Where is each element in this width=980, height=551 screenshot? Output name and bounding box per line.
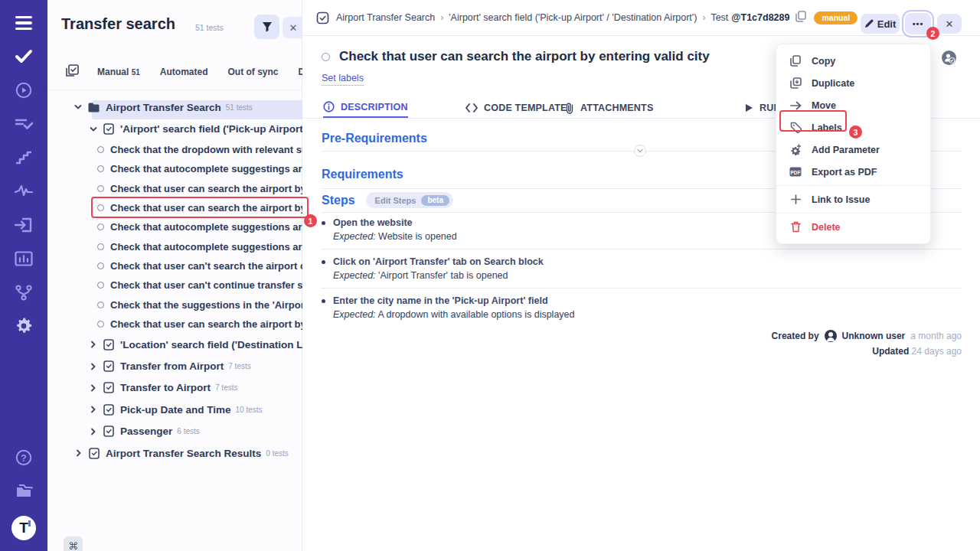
set-labels-link[interactable]: Set labels [322, 73, 364, 86]
steps-icon[interactable] [14, 148, 34, 167]
suite-doc-icon [89, 448, 100, 459]
suite-doc-icon [103, 339, 114, 350]
test-circle-icon [97, 243, 104, 250]
menu-item-export-pdf[interactable]: PDF Export as PDF [776, 161, 930, 183]
select-all-icon[interactable] [66, 64, 79, 80]
tree-test-item[interactable]: Check that user can't continue transfer … [47, 276, 302, 295]
step-item: Enter the city name in the 'Pick-up Airp… [322, 295, 962, 327]
test-circle-icon [97, 185, 104, 192]
menu-item-link-issue[interactable]: Link to Issue [776, 188, 930, 210]
chevron-right-icon [90, 428, 97, 435]
tree-suite-passenger[interactable]: Passenger6 tests [47, 421, 302, 442]
test-circle-icon [97, 165, 104, 172]
breadcrumb-separator: › [702, 12, 705, 23]
tree-test-item[interactable]: Check that autocomplete suggestions are … [47, 217, 302, 236]
created-time: a month ago [910, 331, 962, 341]
tree-test-item[interactable]: Check that autocomplete suggestions are … [47, 236, 302, 256]
tree-test-item[interactable]: Check that user can't search the airport… [47, 256, 302, 276]
tab-description[interactable]: DESCRIPTION [323, 97, 408, 119]
plans-list-check-icon[interactable] [14, 115, 34, 133]
step-item: Click on 'Airport Transfer' tab on Searc… [322, 256, 962, 289]
tree-test-item-selected[interactable]: Check that user can search the airport b… [47, 198, 302, 217]
suite-tree-panel: Transfer search 51 tests ✕ Manual 51 Aut… [47, 0, 302, 551]
tests-check-icon[interactable] [14, 47, 34, 66]
help-icon[interactable]: ? [14, 448, 34, 467]
filter-button[interactable] [254, 15, 279, 39]
suite-doc-icon [103, 382, 114, 393]
breadcrumb-separator: › [440, 12, 443, 23]
menu-item-add-parameter[interactable]: Add Parameter [776, 139, 930, 161]
folder-icon [88, 103, 100, 112]
chevron-right-icon [90, 406, 97, 413]
tree-suite-airport-field[interactable]: 'Airport' search field ('Pick-up Airport… [47, 119, 302, 139]
annotation-badge-3: 3 [849, 126, 862, 139]
close-test-button[interactable]: ✕ [937, 14, 962, 34]
tab-out-of-sync[interactable]: Out of sync [227, 67, 278, 77]
app-logo[interactable]: T [11, 516, 36, 540]
chevron-right-icon [75, 449, 83, 457]
menu-separator [776, 185, 930, 186]
tab-attachments[interactable]: ATTACHMENTS [565, 97, 653, 119]
tree-suite-location-field[interactable]: 'Location' search field ('Destination Lo… [47, 334, 302, 355]
tree-suite-results[interactable]: Airport Transfer Search Results0 tests [47, 442, 302, 464]
suite-tree: Airport Transfer Search 51 tests 'Airpor… [47, 97, 302, 464]
command-shortcut-button[interactable]: ⌘ [64, 536, 83, 551]
creator-avatar [825, 330, 837, 342]
projects-folder-icon[interactable] [14, 482, 34, 500]
activity-pulse-icon[interactable] [14, 182, 34, 201]
panel-title: Transfer search [61, 15, 175, 33]
tab-manual[interactable]: Manual 51 [97, 67, 140, 77]
menu-item-delete[interactable]: Delete [776, 216, 930, 238]
chevron-right-icon [90, 384, 97, 392]
import-icon[interactable] [14, 216, 34, 234]
breadcrumb-suite[interactable]: 'Airport' search field ('Pick-up Airport… [449, 12, 697, 23]
steps-heading-row: Steps Edit Steps beta [322, 192, 453, 208]
updated-time: 24 days ago [912, 346, 962, 357]
user-check-icon[interactable] [941, 50, 957, 69]
copy-test-id-icon[interactable] [795, 11, 806, 25]
play-icon [745, 103, 753, 112]
breadcrumb-suite-root[interactable]: Airport Transfer Search [336, 12, 435, 23]
context-menu: Copy Duplicate Move Labels Add Parameter… [776, 44, 931, 244]
menu-icon[interactable] [14, 14, 34, 32]
reports-chart-icon[interactable] [14, 249, 34, 268]
test-circle-icon [97, 302, 104, 308]
plus-icon [789, 194, 802, 204]
tree-folder-root[interactable]: Airport Transfer Search 51 tests [47, 97, 302, 117]
panel-close-button[interactable]: ✕ [283, 17, 304, 38]
test-title: Check that user can search the airport b… [339, 49, 710, 64]
annotation-badge-2: 2 [926, 27, 939, 40]
duplicate-icon [789, 77, 802, 89]
app-sidebar: ? T [0, 0, 47, 551]
tree-test-item[interactable]: Check that the dropdown with relevant su… [47, 140, 302, 159]
settings-gear-icon[interactable] [14, 317, 34, 335]
tab-automated[interactable]: Automated [160, 67, 208, 77]
requirements-heading: Requirements [322, 168, 403, 181]
steps-heading: Steps [322, 194, 355, 207]
menu-item-duplicate[interactable]: Duplicate [776, 72, 930, 94]
filter-icon [262, 21, 273, 32]
collapse-toggle[interactable] [634, 145, 646, 157]
test-doc-icon [316, 11, 329, 24]
menu-item-move[interactable]: Move [776, 94, 930, 116]
tree-suite-transfer-from[interactable]: Transfer from Airport7 tests [47, 355, 302, 377]
creator-name: Unknown user [842, 331, 906, 341]
test-status-circle-icon [322, 53, 330, 61]
tab-code-template[interactable]: CODE TEMPLATE [466, 97, 567, 119]
runs-play-icon[interactable] [14, 81, 34, 99]
branch-icon[interactable] [14, 283, 34, 302]
breadcrumb-test: Test [710, 12, 728, 23]
paperclip-icon [565, 103, 574, 114]
menu-item-copy[interactable]: Copy [776, 50, 930, 72]
edit-button[interactable]: Edit [861, 14, 900, 34]
updated-label: Updated [872, 346, 909, 357]
edit-steps-button[interactable]: Edit Steps beta [366, 192, 453, 208]
tree-test-item[interactable]: Check that user can search the airport b… [47, 315, 302, 334]
tree-suite-transfer-to[interactable]: Transfer to Airport7 tests [47, 377, 302, 399]
tabs-divider [47, 90, 302, 90]
tree-test-item[interactable]: Check that the suggestions in the 'Airpo… [47, 295, 302, 314]
step-bullet [322, 221, 325, 225]
tree-suite-pickup-date[interactable]: Pick-up Date and Time10 tests [47, 399, 302, 420]
tree-test-item[interactable]: Check that autocomplete suggestings are … [47, 159, 302, 178]
tree-test-item[interactable]: Check that user can search the airport b… [47, 179, 302, 198]
